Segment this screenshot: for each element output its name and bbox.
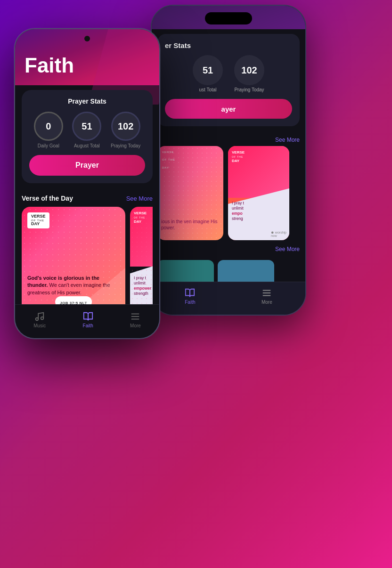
praying-today-stat: 102 Praying Today (111, 112, 140, 148)
phone-front-inner: Faith Prayer Stats 0 Daily Goal (15, 29, 159, 338)
praying-today-value: 102 (118, 121, 133, 132)
music-icon (34, 311, 45, 322)
back-bottom-nav: Faith More (152, 282, 305, 315)
back-prayer-stats-card: er Stats 51 ust Total 102 Pray (157, 34, 300, 126)
back-life-header: See More (152, 240, 305, 255)
secondary-verse-text: I pray tunlimitempowerstrength (134, 276, 153, 296)
back-verse-card-2[interactable]: VERSE OF THE DAY I pray tunlimitempostre… (228, 146, 289, 240)
verse-card-main[interactable]: VERSE OF THE DAY God's voice is glorious… (22, 207, 125, 315)
front-camera-notch (84, 36, 90, 41)
back-nav-more[interactable]: More (261, 288, 272, 305)
daily-goal-value: 0 (46, 121, 51, 132)
prayer-stats-title: Prayer Stats (29, 97, 145, 105)
verse-badge-secondary: VERSE OF THE DAY (134, 211, 147, 224)
back-august-value: 51 (203, 65, 213, 76)
verse-quote: God's voice is glorious in the thunder. … (27, 275, 120, 296)
verse-section-title: Verse of the Day (22, 195, 73, 202)
verse-section: Verse of the Day See More VERSE OF THE D… (15, 188, 159, 318)
praying-today-circle: 102 (111, 112, 140, 141)
phone-front: Faith Prayer Stats 0 Daily Goal (14, 28, 160, 339)
nav-more-label: More (130, 323, 141, 328)
back-prayer-button[interactable]: ayer (165, 99, 292, 119)
back-verse-badge-1: VERSE OF THE DAY (162, 151, 175, 170)
back-praying-stat: 102 Praying Today (234, 55, 264, 92)
back-august-circle: 51 (193, 55, 223, 85)
back-verse-header: See More (152, 131, 305, 146)
prayer-button[interactable]: Prayer (29, 155, 145, 176)
front-screen[interactable]: Faith Prayer Stats 0 Daily Goal (15, 29, 159, 338)
nav-faith[interactable]: Faith (83, 311, 93, 328)
nav-music[interactable]: Music (33, 311, 46, 328)
back-august-stat: 51 ust Total (193, 55, 223, 92)
back-stats-title: er Stats (165, 41, 292, 49)
back-nav-faith[interactable]: Faith (185, 288, 195, 305)
back-verse-cards: VERSE OF THE DAY ious in the ven imagine… (152, 146, 305, 240)
august-total-stat: 51 August Total (72, 112, 101, 148)
nav-music-label: Music (33, 323, 46, 328)
august-total-circle: 51 (72, 112, 101, 141)
back-nav-faith-label: Faith (185, 300, 195, 305)
book-icon (83, 311, 93, 322)
svg-point-3 (36, 317, 39, 320)
back-praying-circle: 102 (234, 55, 264, 85)
verse-see-more[interactable]: See More (126, 195, 153, 202)
august-total-value: 51 (82, 121, 92, 132)
back-verse-logo-2: ⏺ worshipnow (271, 231, 286, 237)
back-stats-row: 51 ust Total 102 Praying Today (165, 55, 292, 92)
prayer-stats-card: Prayer Stats 0 Daily Goal (22, 90, 153, 183)
nav-faith-label: Faith (83, 323, 93, 328)
menu-icon (130, 311, 140, 322)
back-verse-text-1: ious in the ven imagine His power. (161, 219, 220, 231)
daily-goal-label: Daily Goal (38, 143, 59, 148)
phone-back-inner: er Stats 51 ust Total 102 Pray (152, 6, 305, 315)
back-screen: er Stats 51 ust Total 102 Pray (152, 29, 305, 315)
back-nav-more-label: More (261, 300, 272, 305)
back-august-label: ust Total (199, 87, 216, 92)
verse-badge-main: VERSE OF THE DAY (27, 212, 49, 228)
august-total-label: August Total (74, 143, 100, 148)
verse-cards: VERSE OF THE DAY God's voice is glorious… (22, 207, 153, 315)
back-life-see-more[interactable]: See More (275, 246, 300, 252)
dynamic-island-back (205, 12, 252, 24)
verse-section-header: Verse of the Day See More (22, 195, 153, 202)
nav-more[interactable]: More (130, 311, 141, 328)
back-verse-card-1[interactable]: VERSE OF THE DAY ious in the ven imagine… (157, 146, 223, 240)
front-bottom-nav: Music Faith (15, 304, 159, 338)
back-verse-see-more[interactable]: See More (275, 137, 300, 143)
back-verse-badge-2: VERSE OF THE DAY (232, 151, 245, 163)
phone-back: er Stats 51 ust Total 102 Pray (151, 5, 306, 316)
back-verse-text-2: I pray tunlimitempostreng (232, 201, 286, 221)
praying-today-label: Praying Today (111, 143, 140, 148)
verse-card-secondary[interactable]: VERSE OF THE DAY I pray tunlimitempowers… (130, 207, 153, 315)
stats-row: 0 Daily Goal 51 August Total (29, 112, 145, 148)
svg-point-4 (41, 316, 44, 319)
phones-container: er Stats 51 ust Total 102 Pray (0, 0, 392, 568)
daily-goal-circle: 0 (34, 112, 63, 141)
daily-goal-stat: 0 Daily Goal (34, 112, 63, 148)
back-praying-value: 102 (241, 65, 257, 76)
back-praying-label: Praying Today (234, 87, 264, 92)
